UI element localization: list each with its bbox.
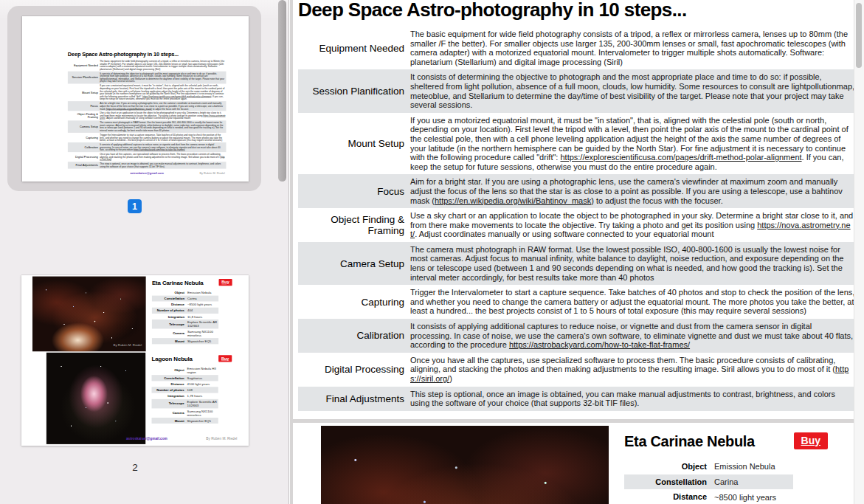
- step-text: If you use a motorized equatorial mount,…: [100, 85, 226, 101]
- spec-label: Camera: [152, 411, 184, 415]
- text-part: This step is optional, once an image is …: [100, 162, 221, 168]
- spec-label: Mount: [152, 339, 184, 343]
- page-1-footer: astroskaiser@gmail.com By Rubén M. Riede…: [68, 171, 227, 176]
- step-text: This step is optional, once an image is …: [100, 162, 226, 168]
- text-part: The basic equipment for wide field photo…: [100, 60, 224, 70]
- text-part: ): [111, 158, 111, 160]
- nebula-card-header: Eta Carinae NebulaBuy: [624, 433, 828, 454]
- step-text: Trigger the Intervalometer to start a ca…: [410, 288, 855, 316]
- spec-row: CameraSamsung NX1100 mirrorless: [152, 329, 218, 339]
- page-1-thumbnail-content: Deep Space Astro-photography in 10 steps…: [22, 16, 228, 176]
- spec-label: Number of photos: [152, 388, 184, 392]
- author-credit: By Rubén M. Riedel: [200, 172, 225, 175]
- spec-row: Distance4100 light years: [152, 381, 218, 387]
- document-page-2: By Rubén M. RiedelEta Carinae NebulaBuyO…: [293, 423, 864, 504]
- buy-button[interactable]: Buy: [218, 355, 232, 362]
- spec-value: Sagittarius: [187, 376, 202, 380]
- spec-value: Carina: [714, 477, 738, 486]
- text-part: The camera must photograph in RAW format…: [410, 245, 843, 282]
- spec-value: Explore Scientific AR 102/663: [187, 400, 218, 407]
- step-row: Digital ProcessingOnce you have all the …: [298, 353, 857, 387]
- step-text: Aim for a bright star. If you are using …: [100, 102, 226, 110]
- lagoon-nebula-image: [46, 353, 145, 444]
- text-part: . Adjust coordinates manually or using s…: [415, 229, 713, 238]
- step-label: Calibration: [68, 143, 97, 151]
- text-part: Once you have all the captures, use spec…: [100, 153, 221, 158]
- buy-button[interactable]: Buy: [794, 432, 828, 449]
- nebula-info-panel: Eta Carinae NebulaBuyObjectEmission Nebu…: [152, 277, 232, 345]
- step-row: Final AdjustmentsThis step is optional, …: [68, 162, 227, 168]
- sidebar-scrollbar[interactable]: [278, 0, 286, 182]
- inline-link[interactable]: https://en.wikipedia.org/wiki/Bahtinov_m…: [435, 196, 591, 205]
- step-label: Object Finding & Framing: [68, 111, 97, 120]
- spec-row: ConstellationSagittarius: [152, 375, 218, 381]
- spec-label: Distance: [624, 492, 707, 502]
- spec-row: TelescopeExplore Scientific AR 102/663: [152, 320, 218, 329]
- steps-table: Equipment NeededThe basic equipment for …: [298, 27, 857, 411]
- nebula-info-panel: Lagoon NebulaBuyObjectEmission Nebula HI…: [152, 353, 232, 424]
- spec-label: Number of photos: [152, 308, 184, 312]
- nebula-title: Eta Carinae Nebula: [624, 433, 755, 449]
- steps-table: Equipment NeededThe basic equipment for …: [68, 59, 227, 168]
- text-part: Trigger the Intervalometer to start a ca…: [100, 134, 222, 142]
- step-row: Mount SetupIf you use a motorized equato…: [298, 113, 857, 175]
- step-text: This step is optional, once an image is …: [410, 390, 855, 408]
- text-part: . Adjust coordinates manually or using s…: [106, 117, 191, 120]
- page-1-content: Deep Space Astro-photography in 10 steps…: [66, 51, 228, 176]
- document-scrollbar[interactable]: [854, 0, 864, 504]
- step-label: Object Finding & Framing: [300, 211, 404, 239]
- page-number-label: 2: [21, 462, 249, 473]
- text-part: Trigger the Intervalometer to start a ca…: [410, 288, 854, 315]
- spec-row: Number of photos404: [152, 308, 218, 314]
- spec-value: Samsung NX1100 mirrorless: [187, 330, 218, 336]
- spec-value: Emission Nebula: [714, 462, 775, 471]
- spec-label: Constellation: [152, 376, 184, 380]
- step-label: Equipment Needed: [300, 30, 404, 66]
- spec-label: Telescope: [152, 401, 184, 405]
- spec-row: TelescopeExplore Scientific AR 102/663: [152, 399, 218, 409]
- nebula-title: Eta Carinae Nebula: [152, 280, 204, 286]
- page-2-thumbnail[interactable]: By Rubén M. RiedelEta Carinae NebulaBuyO…: [21, 275, 249, 446]
- step-label: Focus: [68, 102, 97, 110]
- buy-button[interactable]: Buy: [218, 279, 232, 286]
- step-row: Camera SetupThe camera must photograph i…: [68, 120, 227, 133]
- spec-value: Skywatcher EQ5: [187, 419, 211, 423]
- page-2-thumbnail-content: By Rubén M. RiedelEta Carinae NebulaBuyO…: [21, 275, 249, 446]
- spec-label: Constellation: [152, 297, 184, 300]
- step-label: Final Adjustments: [300, 390, 404, 408]
- text-part: The basic equipment for wide field photo…: [410, 30, 848, 66]
- step-label: Mount Setup: [68, 85, 97, 101]
- step-row: Session PlanificationIt consists of dete…: [68, 72, 227, 84]
- spec-value: Emission Nebula HII region: [187, 367, 218, 373]
- step-text: The basic equipment for wide field photo…: [410, 30, 855, 66]
- page-1-thumbnail[interactable]: Deep Space Astro-photography in 10 steps…: [22, 16, 249, 182]
- step-row: Final AdjustmentsThis step is optional, …: [298, 387, 857, 411]
- spec-row: MountSkywatcher EQ5: [152, 338, 218, 344]
- step-text: Use a sky chart or an application to loc…: [410, 211, 855, 239]
- page-1-content: Deep Space Astro-photography in 10 steps…: [293, 0, 864, 419]
- step-row: CapturingTrigger the Intervalometer to s…: [68, 133, 227, 142]
- document-title: Deep Space Astro-photography in 10 steps…: [298, 0, 857, 21]
- spec-label: Object: [152, 291, 184, 294]
- spec-row: CameraSamsung NX1100 mirrorless: [152, 408, 218, 418]
- step-text: Aim for a bright star. If you are using …: [410, 177, 855, 205]
- page-number-badge: 1: [128, 199, 142, 213]
- step-label: Final Adjustments: [68, 162, 97, 168]
- step-text: It consists of determining the objective…: [410, 72, 855, 109]
- spec-value: 108: [187, 388, 193, 392]
- step-row: Equipment NeededThe basic equipment for …: [68, 59, 227, 72]
- step-row: Mount SetupIf you use a motorized equato…: [68, 83, 227, 101]
- document-scrollbar-thumb[interactable]: [856, 3, 862, 68]
- inline-link[interactable]: https://explorescientificusa.com/pages/d…: [560, 153, 801, 162]
- inline-link[interactable]: https://en.wikipedia.org/wiki/Bahtinov_m…: [107, 108, 151, 110]
- spec-label: Object: [152, 368, 184, 372]
- inline-link[interactable]: https://astrobackyard.com/how-to-take-fl…: [509, 340, 690, 349]
- inline-link[interactable]: https://astrobackyard.com/how-to-take-fl…: [134, 148, 185, 151]
- eta-nebula-image: By Rubén M. Riedel: [32, 277, 146, 352]
- step-text: It consists of applying additional captu…: [410, 322, 855, 350]
- step-text: It consists of determining the objective…: [100, 72, 226, 83]
- spec-value: Explore Scientific AR 102/663: [187, 321, 218, 328]
- text-part: ) to adjust the focus with the focuser.: [151, 108, 189, 110]
- step-row: FocusAim for a bright star. If you are u…: [298, 174, 857, 208]
- nebula-card-header: Eta Carinae NebulaBuy: [152, 280, 232, 288]
